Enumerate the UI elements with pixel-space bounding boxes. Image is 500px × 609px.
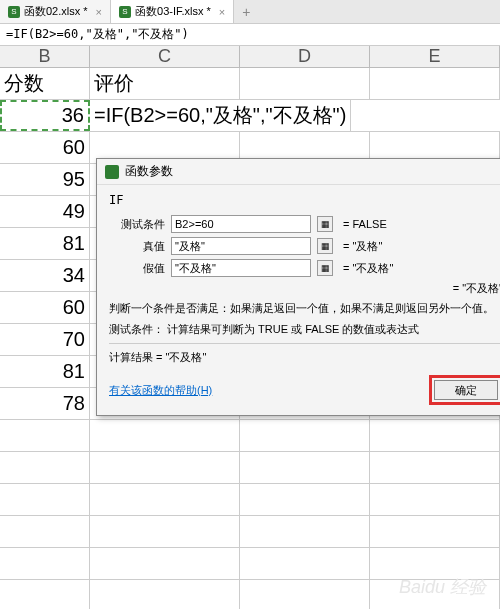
- cell[interactable]: 60: [0, 292, 90, 323]
- formula-text: =IF(B2>=60,"及格","不及格"): [0, 26, 195, 43]
- cell[interactable]: [240, 516, 370, 547]
- cell[interactable]: [370, 452, 500, 483]
- cell[interactable]: [90, 580, 240, 609]
- table-row: 分数 评价: [0, 68, 500, 100]
- tab-label: 函数02.xlsx *: [24, 4, 88, 19]
- function-arguments-dialog: 函数参数 IF 测试条件 ▦ = FALSE 真值 ▦ = "及格" 假值 ▦ …: [96, 158, 500, 416]
- cell[interactable]: 81: [0, 356, 90, 387]
- param-row-condition: 测试条件 ▦ = FALSE: [109, 215, 500, 233]
- help-link[interactable]: 有关该函数的帮助(H): [109, 383, 212, 398]
- cell[interactable]: 78: [0, 388, 90, 419]
- range-select-icon[interactable]: ▦: [317, 216, 333, 232]
- cell[interactable]: 49: [0, 196, 90, 227]
- cell-b2-editing[interactable]: 36: [0, 100, 90, 131]
- add-tab-button[interactable]: +: [234, 0, 258, 23]
- preview-result: = "不及格": [109, 281, 500, 296]
- table-row: 36 =IF(B2>=60,"及格","不及格"): [0, 100, 500, 132]
- app-icon: [105, 165, 119, 179]
- cell[interactable]: 70: [0, 324, 90, 355]
- param-label: 测试条件: [109, 217, 165, 232]
- cell-c1[interactable]: 评价: [90, 68, 240, 99]
- range-select-icon[interactable]: ▦: [317, 260, 333, 276]
- dialog-titlebar[interactable]: 函数参数: [97, 159, 500, 185]
- col-header-b[interactable]: B: [0, 46, 90, 67]
- cell[interactable]: [0, 452, 90, 483]
- cell[interactable]: [90, 484, 240, 515]
- cell[interactable]: [0, 516, 90, 547]
- ok-button[interactable]: 确定: [434, 380, 498, 400]
- cell[interactable]: [90, 420, 240, 451]
- cell[interactable]: [370, 516, 500, 547]
- close-icon[interactable]: ×: [219, 6, 225, 18]
- cell[interactable]: [240, 68, 370, 99]
- cell[interactable]: [0, 484, 90, 515]
- param-row-true: 真值 ▦ = "及格": [109, 237, 500, 255]
- range-select-icon[interactable]: ▦: [317, 238, 333, 254]
- col-header-c[interactable]: C: [90, 46, 240, 67]
- column-headers: B C D E: [0, 46, 500, 68]
- cell[interactable]: [0, 548, 90, 579]
- cell[interactable]: [240, 580, 370, 609]
- cell[interactable]: [240, 420, 370, 451]
- file-tabs: S 函数02.xlsx * × S 函数03-IF.xlsx * × +: [0, 0, 500, 24]
- param-result: = "及格": [343, 239, 382, 254]
- cell[interactable]: [370, 68, 500, 99]
- param-result: = FALSE: [343, 218, 387, 230]
- param-input-condition[interactable]: [171, 215, 311, 233]
- calculation-result: 计算结果 = "不及格": [109, 350, 500, 365]
- cell[interactable]: 34: [0, 260, 90, 291]
- cell[interactable]: 95: [0, 164, 90, 195]
- tab-label: 函数03-IF.xlsx *: [135, 4, 211, 19]
- cell[interactable]: 81: [0, 228, 90, 259]
- col-header-d[interactable]: D: [240, 46, 370, 67]
- cell[interactable]: [90, 452, 240, 483]
- param-label: 假值: [109, 261, 165, 276]
- cell[interactable]: [0, 580, 90, 609]
- table-row: [0, 452, 500, 484]
- tab-file-1[interactable]: S 函数02.xlsx * ×: [0, 0, 111, 23]
- col-header-e[interactable]: E: [370, 46, 500, 67]
- cell[interactable]: [240, 452, 370, 483]
- cell[interactable]: [240, 484, 370, 515]
- function-name: IF: [109, 193, 500, 207]
- cell[interactable]: [0, 420, 90, 451]
- param-result: = "不及格": [343, 261, 393, 276]
- dialog-footer: 有关该函数的帮助(H) 确定: [109, 371, 500, 407]
- excel-icon: S: [8, 6, 20, 18]
- dialog-title-text: 函数参数: [125, 163, 173, 180]
- param-label: 真值: [109, 239, 165, 254]
- param-input-true[interactable]: [171, 237, 311, 255]
- formula-bar[interactable]: =IF(B2>=60,"及格","不及格"): [0, 24, 500, 46]
- cell[interactable]: 60: [0, 132, 90, 163]
- ok-button-highlight: 确定: [429, 375, 500, 405]
- cell[interactable]: [90, 548, 240, 579]
- param-input-false[interactable]: [171, 259, 311, 277]
- table-row: [0, 420, 500, 452]
- table-row: [0, 516, 500, 548]
- cell[interactable]: [370, 484, 500, 515]
- param-row-false: 假值 ▦ = "不及格": [109, 259, 500, 277]
- table-row: [0, 484, 500, 516]
- cell[interactable]: [90, 516, 240, 547]
- tab-file-2[interactable]: S 函数03-IF.xlsx * ×: [111, 0, 234, 23]
- dialog-body: IF 测试条件 ▦ = FALSE 真值 ▦ = "及格" 假值 ▦ = "不及…: [97, 185, 500, 415]
- cell[interactable]: [370, 420, 500, 451]
- excel-icon: S: [119, 6, 131, 18]
- cell-c2-formula[interactable]: =IF(B2>=60,"及格","不及格"): [90, 100, 351, 131]
- divider: [109, 343, 500, 344]
- close-icon[interactable]: ×: [96, 6, 102, 18]
- function-description: 判断一个条件是否满足：如果满足返回一个值，如果不满足则返回另外一个值。: [109, 300, 500, 317]
- param-description: 测试条件： 计算结果可判断为 TRUE 或 FALSE 的数值或表达式: [109, 321, 500, 338]
- watermark: Baidu 经验: [399, 575, 486, 599]
- cell[interactable]: [240, 548, 370, 579]
- cell-b1[interactable]: 分数: [0, 68, 90, 99]
